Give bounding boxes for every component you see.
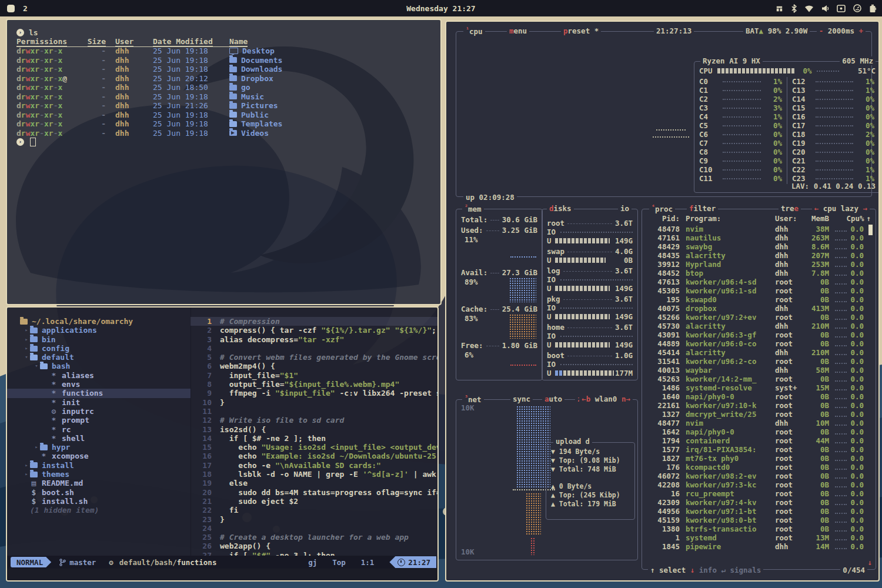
tree-item-bin[interactable]: ▸bin [7,335,191,344]
tree-item-applications[interactable]: ▸applications [7,326,191,335]
workspace-active-icon[interactable] [7,5,15,12]
process-row[interactable]: 45414alacrittydhh 210M0.0 [647,348,864,357]
workspace-number[interactable]: 2 [23,4,28,13]
prompt-line-empty[interactable]: › [16,138,435,147]
code-line[interactable]: 1# Compression [191,317,437,326]
tree-item-shell[interactable]: *shell [7,434,191,443]
btop-window[interactable]: ¹cpu menu preset * 21:27:13 BAT▲ 98% 2.9… [445,21,880,582]
process-row[interactable]: 48478nvimdhh 38M0.0 [647,225,864,233]
process-row[interactable]: 16rcu_preemptroot 0B0.0 [647,489,864,498]
process-row[interactable]: 42309kworker/u97:4-kvroot 0B0.0 [647,498,864,507]
tree-item-prompt[interactable]: *prompt [7,416,191,425]
ls-row[interactable]: drwxr-xr-x - dhh 25 Jun 19:18 Videos [16,129,435,138]
process-row[interactable]: 45159kworker/u98:0-btroot 0B0.0 [647,516,864,524]
process-row[interactable]: 1794containerdroot 44M0.0 [647,436,864,445]
tree-item-rc[interactable]: *rc [7,425,191,434]
tree-item-default[interactable]: ▾default [7,353,191,362]
code-line[interactable]: 25# Create a desktop launcher for a web … [191,533,437,542]
code-line[interactable]: 22 fi [191,506,437,514]
process-row[interactable]: 47161nautilusdhh 263M0.0 [647,233,864,242]
code-line[interactable]: 4 [191,344,437,353]
process-row[interactable]: 47613kworker/u96:4-sdroot 0B0.0 [647,278,864,286]
code-line[interactable]: 16 echo "Example: iso2sd ~/Downloads/ubu… [191,452,437,460]
disks-box-title[interactable]: disks [547,204,574,213]
screencast-icon[interactable] [837,5,846,12]
tree-item-xcompose[interactable]: *xcompose [7,452,191,460]
proc-scrollbar-thumb[interactable] [868,225,873,235]
ls-row[interactable]: drwxr-xr-x - dhh 25 Jun 19:18 Downloads [16,65,435,74]
code-line[interactable]: 11 [191,407,437,416]
ls-row[interactable]: drwxr-xr-x - dhh 25 Jun 18:50 go [16,83,435,92]
process-row[interactable]: 40013waybardhh 58M0.0 [647,366,864,375]
process-row[interactable]: 31541kworker/u96:2-coroot 0B0.0 [647,357,864,366]
process-row[interactable]: 39912Hyprlanddhh 253M0.0 [647,260,864,269]
process-row[interactable]: 44956kworker/u97:1-btroot 0B0.0 [647,507,864,516]
code-line[interactable]: 6webm2mp4() { [191,362,437,370]
process-row[interactable]: 176kcompactd0root 0B0.0 [647,463,864,472]
menu-button[interactable]: menu [507,26,529,35]
ls-row[interactable]: drwxr-xr-x - dhh 25 Jun 19:18 Desktop [16,46,435,56]
process-row[interactable]: 1640napi/phy0-0root 0B0.0 [647,392,864,401]
process-row[interactable]: 48477nvimdhh 10M0.0 [647,419,864,427]
process-row[interactable]: 44889kworker/u96:0-coroot 0B0.0 [647,339,864,348]
command-line[interactable] [7,569,437,580]
code-line[interactable]: 27 if [ "$#" -ne 3 ]; then [191,551,437,556]
ls-row[interactable]: drwxr-xr-x - dhh 25 Jun 21:26 Pictures [16,101,435,111]
tree-item-inputrc[interactable]: ⚙inputrc [7,407,191,416]
tree-item-install[interactable]: ▸install [7,461,191,470]
ls-row[interactable]: drwxr-xr-x - dhh 25 Jun 19:18 Music [16,92,435,102]
code-panel[interactable]: 1# Compression2compress() { tar -czf "${… [191,308,437,556]
disks-io-toggle[interactable]: io [618,204,632,213]
gauge-icon[interactable] [853,4,861,12]
code-line[interactable]: 15 echo "Usage: iso2sd <input_file> <out… [191,443,437,452]
process-row[interactable]: 45266kworker/u97:2+evroot 0B0.0 [647,313,864,322]
code-line[interactable]: 20 sudo dd bs=4M status=progress oflag=s… [191,488,437,497]
ls-row[interactable]: drwxr-xr-x@ - dhh 25 Jun 20:12 Dropbox [16,74,435,83]
ls-row[interactable]: drwxr-xr-x - dhh 25 Jun 19:18 Templates [16,119,435,129]
process-row[interactable]: 22161kworker/u97:10-kroot 0B0.0 [647,401,864,410]
code-line[interactable]: 24 [191,524,437,533]
net-box-title[interactable]: ³net [462,395,484,404]
process-row[interactable]: 1327dmcrypt_write/25root 0B0.0 [647,410,864,419]
tree-item-init[interactable]: *init [7,398,191,407]
code-line[interactable]: 3alias decompress="tar -xzf" [191,335,437,344]
process-row[interactable]: 40075dropboxdhh 413M0.0 [647,304,864,313]
proc-box-title[interactable]: ⁴proc [649,204,675,213]
process-row[interactable]: 46072kworker/u98:2-evroot 0B0.0 [647,472,864,480]
cpu-box-title[interactable]: ¹cpu [463,26,485,36]
process-row[interactable]: 1845pipewiredhh 14M0.0 [647,542,864,551]
code-line[interactable]: 8 output_file="${input_file%.webm}.mp4" [191,380,437,389]
code-line[interactable]: 13iso2sd() { [191,425,437,434]
ls-row[interactable]: drwxr-xr-x - dhh 25 Jun 19:18 Documents [16,56,435,65]
ls-row[interactable]: drwxr-xr-x - dhh 25 Jun 19:18 Public [16,111,435,120]
tree-item--1-hidden-item-[interactable]: (1 hidden item) [7,506,191,514]
code-line[interactable]: 26web2app() { [191,542,437,550]
proc-filter-button[interactable]: filter [687,204,718,213]
code-line[interactable]: 5# Convert webm files generated by the G… [191,353,437,362]
proc-tree-toggle[interactable]: tree [779,204,801,213]
process-row[interactable]: 43091kworker/u96:3-gfroot 0B0.0 [647,330,864,339]
process-row[interactable]: 1486systemd-resolvesyst+ 15M0.0 [647,383,864,392]
tree-item-bash[interactable]: ▾bash [7,362,191,370]
tree-item-functions[interactable]: *functions [7,389,191,397]
tree-item--.local-share-omarchy[interactable]: ~/.local/share/omarchy [7,317,191,326]
battery-icon[interactable] [869,4,876,13]
tree-item-aliases[interactable]: *aliases [7,371,191,380]
file-tree-panel[interactable]: ~/.local/share/omarchy▸applications▸bin▸… [7,308,191,556]
preset-button[interactable]: preset * [561,26,601,35]
process-row[interactable]: 1827mt76-tx phy0root 0B0.0 [647,454,864,463]
tree-item-boot.sh[interactable]: $boot.sh [7,488,191,497]
tree-item-envs[interactable]: *envs [7,380,191,389]
process-row[interactable]: 48429swaybgdhh 8.6M0.0 [647,242,864,251]
net-sync-toggle[interactable]: sync [510,395,533,403]
process-row[interactable]: 42208kworker/u97:3-kcroot 0B0.0 [647,480,864,489]
scroll-up-indicator[interactable]: ↑ [866,214,871,223]
code-line[interactable]: 9 ffmpeg -i "$input_file" -c:v libx264 -… [191,389,437,397]
process-list[interactable]: 48478nvimdhh 38M0.0 47161nautilusdhh 263… [647,225,864,551]
process-row[interactable]: 1380btrfs-transactioroot 0B0.0 [647,524,864,533]
tree-item-config[interactable]: ▸config [7,344,191,353]
code-line[interactable]: 19 else [191,479,437,487]
code-line[interactable]: 14 if [ $# -ne 2 ]; then [191,434,437,443]
tree-item-hypr[interactable]: ▸hypr [7,443,191,452]
process-row[interactable]: 45730alacrittydhh 210M0.0 [647,322,864,330]
